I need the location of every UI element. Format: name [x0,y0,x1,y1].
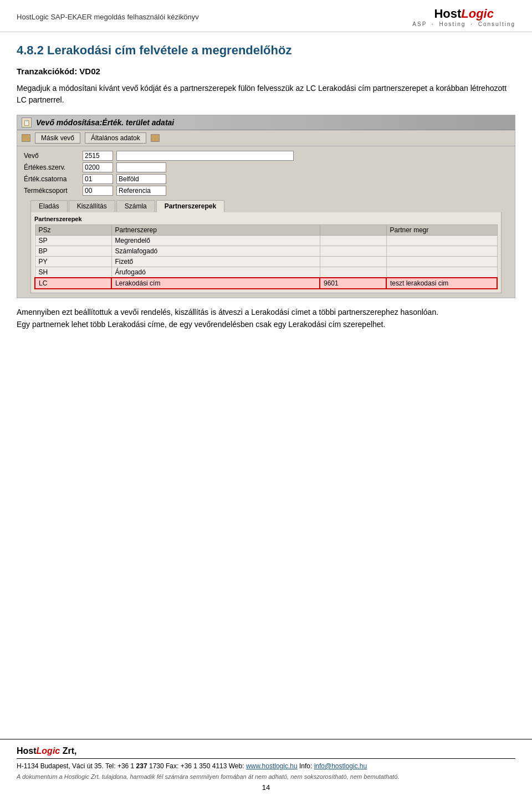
table-row: PY Fizető [35,257,497,267]
form-row-ertcsatorna: Érték.csatorna 01 Belföld [24,174,508,184]
cell-psz: SH [35,267,111,278]
page-header: HostLogic SAP-EKAER megoldás felhasználó… [0,0,532,32]
cell-psz: BP [35,246,111,257]
cell-value [320,236,386,246]
cell-value [320,267,386,278]
toolbar-icon-1 [22,134,30,142]
bottom-text: Amennyiben ezt beállítottuk a vevői rend… [17,306,515,331]
label-ertcsatorna: Érték.csatorna [24,175,79,183]
partner-table: PSz Partnerszerep Partner megr SP Megren… [34,224,498,289]
col-value [320,225,386,236]
cell-partner-lc: teszt lerakodasi cim [386,278,497,289]
table-row-highlighted: LC Lerakodási cím 9601 teszt lerakodasi … [35,278,497,289]
input-ertcsatorna-code[interactable]: 01 [83,174,113,184]
input-ertsz-code[interactable]: 0200 [83,162,113,172]
footer-zrt: Zrt, [60,746,76,756]
table-row: SP Megrendelő [35,236,497,246]
toolbar-icon-2 [151,134,160,142]
tab-szamla[interactable]: Számla [116,200,155,212]
footer-email-link[interactable]: info@hostlogic.hu [314,762,367,770]
page-footer: HostLogic Zrt, H-1134 Budapest, Váci út … [0,739,532,796]
cell-psz: PY [35,257,111,267]
cell-role-lc: Lerakodási cím [111,278,320,289]
col-psz: PSz [35,225,111,236]
sap-tabs: Eladás Kiszállítás Számla Partnerszerepe… [24,200,508,212]
cell-partner [386,246,497,257]
input-vevo-code[interactable]: 2515 [83,151,113,161]
table-row: SH Árufogadó [35,267,497,278]
cell-role: Fizető [111,257,320,267]
sap-window: 📋 Vevő módosítása:Érték. terület adatai … [17,115,515,298]
sap-title-bar: 📋 Vevő módosítása:Érték. terület adatai [17,115,515,130]
cell-role: Megrendelő [111,236,320,246]
cell-partner [386,236,497,246]
chapter-heading: 4.8.2 Lerakodási cím felvétele a megrend… [17,43,515,58]
bottom-para-1: Amennyiben ezt beállítottuk a vevői rend… [17,306,515,318]
tab-eladás[interactable]: Eladás [30,200,68,212]
footer-divider [17,758,515,759]
form-row-ertszv: Értékes.szerv. 0200 [24,162,508,172]
description-text: Megadjuk a módosítani kívánt vevő kódját… [17,83,515,106]
main-content: 4.8.2 Lerakodási cím felvétele a megrend… [0,32,532,342]
cell-partner [386,267,497,278]
cell-psz-lc: LC [35,278,111,289]
form-row-vevo: Vevő 2515 [24,151,508,161]
sap-window-icon: 📋 [22,118,32,127]
input-vevo-name[interactable] [116,151,294,161]
label-ertsz: Értékes.szerv. [24,164,79,171]
sap-form: Vevő 2515 Értékes.szerv. 0200 Érték.csat… [17,146,515,298]
table-row: BP Számlafogadó [35,246,497,257]
label-termek: Termékcsoport [24,187,79,195]
label-vevo: Vevő [24,152,79,160]
cell-value [320,257,386,267]
tranzakciokod: Tranzakciókód: VD02 [17,67,515,76]
btn-altalanos-adatok[interactable]: Általános adatok [85,132,146,144]
cell-value-lc: 9601 [320,278,386,289]
footer-host: Host [17,746,37,756]
footer-company: HostLogic Zrt, [17,746,515,756]
bottom-para-2: Egy partnernek lehet több Lerakodási cím… [17,318,515,330]
tab-kiszallitas[interactable]: Kiszállítás [69,200,115,212]
tab-content-partnerszerepek: Partnerszerepek PSz Partnerszerep Partne… [30,212,502,293]
input-termek-name[interactable]: Referencia [116,186,166,196]
logo-text: HostLogic [434,7,494,21]
page-number: 14 [17,783,515,792]
input-ertcsatorna-name[interactable]: Belföld [116,174,166,184]
logo: HostLogic ASP · Hosting · Consulting [412,7,515,27]
tab-partnerszerepek[interactable]: Partnerszerepek [156,200,224,212]
logo-tagline: ASP · Hosting · Consulting [412,21,515,27]
document-title: HostLogic SAP-EKAER megoldás felhasználó… [17,13,199,21]
footer-address: H-1134 Budapest, Váci út 35. Tel: +36 1 … [17,761,515,771]
sap-toolbar: Másik vevő Általános adatok [17,130,515,146]
col-partner-megr: Partner megr [386,225,497,236]
col-partnerszerep: Partnerszerep [111,225,320,236]
logo-host: HostLogic [434,7,494,21]
cell-role: Számlafogadó [111,246,320,257]
cell-partner [386,257,497,267]
cell-role: Árufogadó [111,267,320,278]
btn-masik-vevo[interactable]: Másik vevő [35,132,80,144]
form-row-termek: Termékcsoport 00 Referencia [24,186,508,196]
cell-value [320,246,386,257]
sap-window-title: Vevő módosítása:Érték. terület adatai [36,118,174,127]
input-ertsz-name[interactable] [116,162,166,172]
footer-disclaimer: A dokumentum a Hostlogic Zrt. tulajdona,… [17,773,515,780]
section-label: Partnerszerepek [34,216,498,222]
footer-web-link[interactable]: www.hostlogic.hu [246,762,298,770]
footer-logic: Logic [37,746,60,756]
input-termek-code[interactable]: 00 [83,186,113,196]
cell-psz: SP [35,236,111,246]
